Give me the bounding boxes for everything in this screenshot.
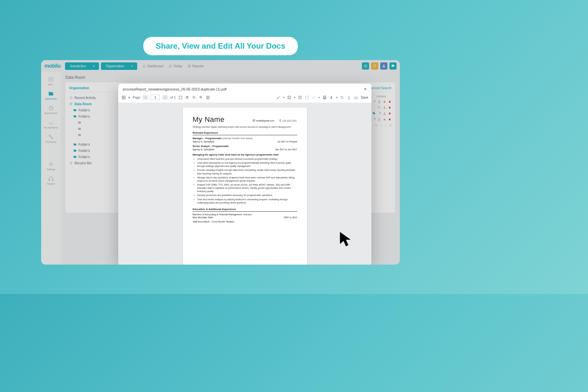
nav-reports[interactable]: Reports bbox=[188, 64, 204, 68]
zoom-in-icon[interactable] bbox=[199, 95, 203, 100]
svg-rect-26 bbox=[305, 96, 308, 99]
chat-icon bbox=[391, 64, 395, 68]
tree-recycle[interactable]: Recylce Bin bbox=[69, 160, 125, 166]
folder-icon bbox=[78, 121, 81, 124]
list-icon bbox=[69, 102, 73, 106]
chat-button[interactable] bbox=[389, 62, 397, 70]
lock-icon[interactable] bbox=[383, 118, 386, 121]
save-button[interactable]: Save bbox=[361, 96, 368, 99]
phone-icon bbox=[279, 119, 282, 122]
close-button[interactable]: ✕ bbox=[364, 87, 367, 91]
folder-icon bbox=[73, 143, 77, 146]
tree-recent[interactable]: Recent Activity bbox=[69, 95, 125, 101]
highlight-icon[interactable] bbox=[276, 95, 281, 100]
zoom-out-icon[interactable] bbox=[192, 95, 196, 100]
link-icon[interactable] bbox=[378, 112, 381, 115]
delete-icon[interactable] bbox=[388, 100, 391, 103]
add-button[interactable] bbox=[362, 62, 369, 70]
page-first-icon[interactable]: I‹ bbox=[375, 123, 377, 127]
tree-subfolder[interactable] bbox=[69, 120, 125, 126]
section-experience: Relevant Experience bbox=[193, 131, 297, 135]
svg-rect-16 bbox=[122, 98, 123, 99]
bell-icon bbox=[373, 64, 377, 68]
tree-data-room[interactable]: Data Room bbox=[69, 101, 125, 107]
tree-folder[interactable]: Folder's bbox=[69, 141, 125, 148]
notifications-button[interactable] bbox=[371, 62, 378, 70]
jurisdiction-dropdown[interactable]: Jurisdiction bbox=[65, 62, 99, 70]
svg-point-3 bbox=[383, 65, 384, 66]
col-actions: Actions bbox=[376, 95, 386, 98]
sidebar-add[interactable]: Add... bbox=[41, 76, 61, 86]
lead-line: Managing the agency trade desk team as t… bbox=[193, 153, 297, 156]
sidebar-board-room[interactable]: Board Room bbox=[41, 105, 61, 114]
download-icon[interactable] bbox=[347, 95, 351, 100]
home-icon bbox=[142, 64, 146, 68]
page-last-icon[interactable]: ›I bbox=[389, 123, 391, 127]
tag-icon[interactable] bbox=[372, 112, 376, 115]
tree-subfolder[interactable] bbox=[69, 132, 125, 138]
folder-icon bbox=[73, 115, 77, 118]
image-icon[interactable] bbox=[287, 95, 291, 100]
svg-rect-32 bbox=[280, 120, 281, 122]
nav-dashboard[interactable]: Dashboard bbox=[142, 64, 163, 68]
tag-outline-icon[interactable] bbox=[378, 106, 381, 109]
line-icon[interactable] bbox=[312, 95, 316, 100]
page-of: of 1 bbox=[170, 96, 176, 99]
thumbnails-icon[interactable] bbox=[122, 95, 126, 100]
pdf-canvas[interactable]: My Name email@gmail.com 111.111.1111. St… bbox=[118, 103, 371, 265]
tree-folder[interactable]: Folder's bbox=[69, 154, 125, 160]
search-icon[interactable] bbox=[340, 95, 344, 100]
download-icon[interactable] bbox=[383, 106, 386, 109]
download-icon[interactable] bbox=[378, 100, 381, 103]
pdf-page: My Name email@gmail.com 111.111.1111. St… bbox=[183, 107, 307, 265]
trash-icon bbox=[69, 161, 73, 165]
delete-icon[interactable] bbox=[388, 112, 391, 115]
user-icon bbox=[382, 64, 386, 68]
shape-icon[interactable] bbox=[305, 95, 309, 100]
sidebar-signatures[interactable]: My signatures bbox=[41, 120, 61, 129]
nav-today[interactable]: Today bbox=[169, 64, 182, 68]
svg-rect-21 bbox=[206, 96, 208, 99]
tree-folder[interactable]: Folder's bbox=[69, 107, 125, 113]
page-number-input[interactable] bbox=[151, 95, 160, 100]
note-icon[interactable] bbox=[298, 95, 302, 100]
print-icon[interactable] bbox=[322, 95, 327, 100]
resume-name: My Name bbox=[193, 115, 225, 124]
svg-rect-23 bbox=[288, 96, 291, 99]
sidebar-settings[interactable]: Settings bbox=[41, 161, 61, 171]
fit-icon[interactable] bbox=[178, 95, 183, 100]
user-button[interactable] bbox=[380, 62, 387, 70]
svg-point-30 bbox=[341, 96, 343, 98]
page-prev-icon[interactable]: ‹ bbox=[381, 123, 382, 127]
tree-subfolder[interactable] bbox=[69, 126, 125, 132]
tree-folder[interactable]: Folder's bbox=[69, 113, 125, 120]
delete-icon[interactable] bbox=[388, 118, 391, 121]
layout-icon[interactable] bbox=[206, 95, 210, 100]
sidebar-data-room[interactable]: Data Room bbox=[41, 91, 61, 100]
organization-dropdown[interactable]: Organization bbox=[101, 62, 137, 70]
hand-icon[interactable] bbox=[185, 95, 189, 100]
tree-folder[interactable]: Folder's bbox=[69, 148, 125, 154]
page-next[interactable]: › bbox=[162, 95, 168, 100]
folder-icon bbox=[78, 133, 81, 137]
svg-rect-22 bbox=[208, 96, 209, 99]
link-icon[interactable] bbox=[372, 118, 376, 121]
sidebar-processes[interactable]: Processes bbox=[41, 134, 61, 143]
stamp-icon[interactable] bbox=[329, 95, 334, 100]
download-icon[interactable] bbox=[383, 112, 386, 115]
download-icon[interactable] bbox=[378, 118, 381, 121]
lock-icon[interactable] bbox=[383, 100, 386, 103]
delete-icon[interactable] bbox=[388, 106, 391, 109]
page-next-icon[interactable]: › bbox=[385, 123, 386, 127]
pie-icon bbox=[48, 105, 54, 111]
page-prev[interactable]: ‹ bbox=[143, 95, 148, 100]
link-icon[interactable] bbox=[372, 100, 376, 103]
sidebar-support[interactable]: Support bbox=[41, 176, 61, 185]
resume-phone: 111.111.1111. bbox=[279, 119, 297, 122]
tab-organization[interactable]: Organization bbox=[69, 86, 89, 90]
clock-icon bbox=[169, 64, 172, 68]
svg-rect-27 bbox=[323, 96, 326, 97]
brand-logo: mobilu bbox=[44, 63, 60, 69]
cloud-icon[interactable] bbox=[354, 95, 358, 100]
pdf-toolbar: ▾ Page ‹ › of 1 ▾ ▾ ▾ ▾ Save bbox=[118, 93, 371, 103]
